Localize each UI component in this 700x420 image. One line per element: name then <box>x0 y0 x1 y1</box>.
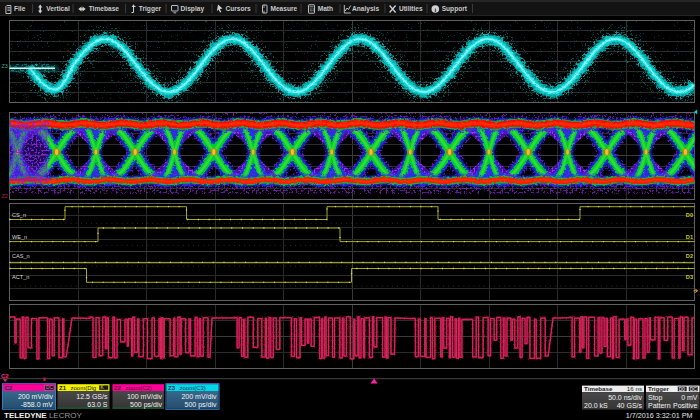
svg-text:Timebase: Timebase <box>584 385 613 392</box>
svg-text:Pattern: Pattern <box>648 402 671 409</box>
svg-text:Trigger: Trigger <box>648 385 670 392</box>
svg-text:Math: Math <box>318 5 333 12</box>
svg-text:WE_n: WE_n <box>12 234 27 240</box>
svg-text:Z2: Z2 <box>114 385 122 391</box>
svg-text:File: File <box>14 5 26 12</box>
svg-text:zoom(C3): zoom(C3) <box>180 385 206 391</box>
svg-text:zoom(C2): zoom(C2) <box>126 385 152 391</box>
svg-text:Support: Support <box>442 5 468 13</box>
svg-text:0 mV: 0 mV <box>681 394 698 401</box>
svg-text:Stop: Stop <box>648 394 663 402</box>
svg-text:Cursors: Cursors <box>226 5 252 12</box>
svg-text:12.5 GS/s: 12.5 GS/s <box>76 393 108 400</box>
svg-text:100 mV/div: 100 mV/div <box>127 393 163 400</box>
svg-text:Positive: Positive <box>673 402 698 409</box>
svg-text:200 mV/div: 200 mV/div <box>181 393 217 400</box>
svg-text:Z3: Z3 <box>168 385 176 391</box>
svg-text:50.0 ns/div: 50.0 ns/div <box>608 394 642 401</box>
svg-text:DC: DC <box>690 387 697 392</box>
svg-text:200 mV/div: 200 mV/div <box>18 393 54 400</box>
svg-text:D2: D2 <box>686 253 693 259</box>
svg-text:Z2: Z2 <box>2 193 8 199</box>
svg-text:D0: D0 <box>686 212 693 218</box>
svg-text:Measure: Measure <box>270 5 297 12</box>
svg-text:1/7/2016 3:32:01 PM: 1/7/2016 3:32:01 PM <box>626 411 693 420</box>
svg-text:TELEDYNE LECROY: TELEDYNE LECROY <box>4 411 82 420</box>
svg-text:D0: D0 <box>679 387 685 392</box>
svg-text:D1: D1 <box>686 234 693 240</box>
svg-text:Analysis: Analysis <box>352 5 379 13</box>
svg-text:20.0 kS: 20.0 kS <box>584 402 608 409</box>
svg-text:Z1: Z1 <box>59 385 67 391</box>
svg-text:Utilities: Utilities <box>399 5 423 12</box>
svg-text:Display: Display <box>181 5 205 13</box>
svg-text:ACT_n: ACT_n <box>12 274 29 280</box>
svg-text:500 ps/div: 500 ps/div <box>185 401 217 409</box>
svg-text:CS_n: CS_n <box>12 212 26 218</box>
svg-text:Trigger: Trigger <box>139 5 162 13</box>
svg-text:500 ps/div: 500 ps/div <box>130 401 162 409</box>
svg-text:63.0 S: 63.0 S <box>87 401 108 408</box>
svg-text:D3: D3 <box>686 274 693 280</box>
svg-text:Timebase: Timebase <box>89 5 120 12</box>
svg-text:-858.0 mV: -858.0 mV <box>21 401 54 408</box>
svg-text:Vertical: Vertical <box>46 5 70 12</box>
svg-text:i: i <box>434 6 436 13</box>
svg-text:zoom(Dig: zoom(Dig <box>71 385 97 391</box>
svg-text:C2: C2 <box>1 373 9 379</box>
svg-text:CAS_n: CAS_n <box>12 253 30 259</box>
svg-text:40 GS/s: 40 GS/s <box>617 402 643 409</box>
svg-text:Z3: Z3 <box>2 63 8 69</box>
svg-text:16 ns: 16 ns <box>627 385 642 392</box>
svg-text:DC: DC <box>46 385 53 390</box>
svg-text:C2: C2 <box>5 385 13 391</box>
